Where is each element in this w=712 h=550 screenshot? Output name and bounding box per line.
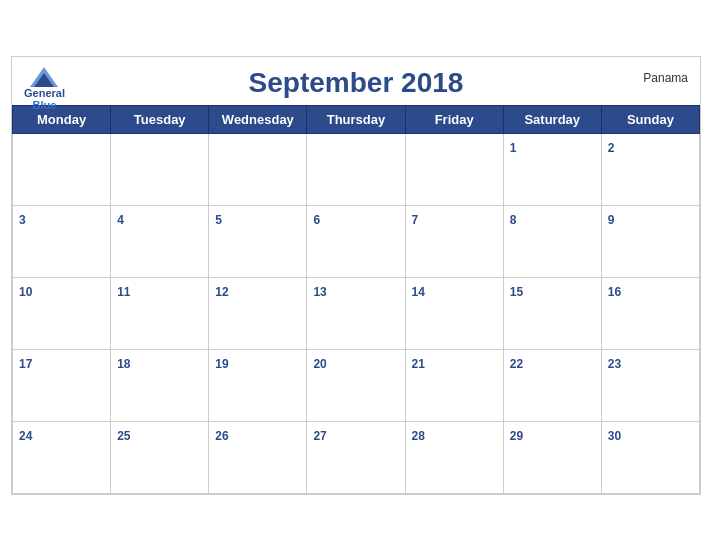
country-label: Panama xyxy=(643,71,688,85)
week-row-3: 10111213141516 xyxy=(13,277,700,349)
calendar-cell: 23 xyxy=(601,349,699,421)
day-number: 21 xyxy=(412,357,425,371)
weekday-sunday: Sunday xyxy=(601,105,699,133)
day-number: 27 xyxy=(313,429,326,443)
day-number: 14 xyxy=(412,285,425,299)
calendar-cell: 26 xyxy=(209,421,307,493)
logo: General Blue xyxy=(24,67,65,111)
weekday-saturday: Saturday xyxy=(503,105,601,133)
calendar-cell: 9 xyxy=(601,205,699,277)
calendar-cell: 3 xyxy=(13,205,111,277)
calendar-table: MondayTuesdayWednesdayThursdayFridaySatu… xyxy=(12,105,700,494)
calendar-cell: 2 xyxy=(601,133,699,205)
calendar-cell: 11 xyxy=(111,277,209,349)
day-number: 9 xyxy=(608,213,615,227)
day-number: 13 xyxy=(313,285,326,299)
calendar-cell xyxy=(405,133,503,205)
day-number: 25 xyxy=(117,429,130,443)
day-number: 6 xyxy=(313,213,320,227)
calendar-cell: 6 xyxy=(307,205,405,277)
calendar-cell: 25 xyxy=(111,421,209,493)
day-number: 5 xyxy=(215,213,222,227)
calendar-cell xyxy=(307,133,405,205)
day-number: 3 xyxy=(19,213,26,227)
calendar-cell: 14 xyxy=(405,277,503,349)
day-number: 10 xyxy=(19,285,32,299)
calendar-cell: 21 xyxy=(405,349,503,421)
day-number: 1 xyxy=(510,141,517,155)
calendar-cell: 4 xyxy=(111,205,209,277)
calendar-cell xyxy=(209,133,307,205)
day-number: 11 xyxy=(117,285,130,299)
weekday-thursday: Thursday xyxy=(307,105,405,133)
calendar-cell: 29 xyxy=(503,421,601,493)
week-row-2: 3456789 xyxy=(13,205,700,277)
day-number: 30 xyxy=(608,429,621,443)
day-number: 28 xyxy=(412,429,425,443)
day-number: 18 xyxy=(117,357,130,371)
calendar-cell: 18 xyxy=(111,349,209,421)
day-number: 12 xyxy=(215,285,228,299)
calendar-header: General Blue September 2018 Panama xyxy=(12,57,700,105)
calendar-cell: 7 xyxy=(405,205,503,277)
day-number: 4 xyxy=(117,213,124,227)
day-number: 15 xyxy=(510,285,523,299)
calendar-cell: 5 xyxy=(209,205,307,277)
calendar-cell: 30 xyxy=(601,421,699,493)
calendar-cell: 12 xyxy=(209,277,307,349)
calendar-cell: 17 xyxy=(13,349,111,421)
logo-icon xyxy=(30,67,58,87)
calendar-cell xyxy=(13,133,111,205)
week-row-1: 12 xyxy=(13,133,700,205)
day-number: 16 xyxy=(608,285,621,299)
calendar-cell: 19 xyxy=(209,349,307,421)
calendar-cell: 22 xyxy=(503,349,601,421)
day-number: 24 xyxy=(19,429,32,443)
calendar-cell: 8 xyxy=(503,205,601,277)
day-number: 2 xyxy=(608,141,615,155)
day-number: 22 xyxy=(510,357,523,371)
calendar-cell: 28 xyxy=(405,421,503,493)
weekday-header-row: MondayTuesdayWednesdayThursdayFridaySatu… xyxy=(13,105,700,133)
calendar-cell: 10 xyxy=(13,277,111,349)
calendar-cell: 27 xyxy=(307,421,405,493)
calendar-cell xyxy=(111,133,209,205)
day-number: 26 xyxy=(215,429,228,443)
logo-general-text: General xyxy=(24,87,65,99)
weekday-wednesday: Wednesday xyxy=(209,105,307,133)
week-row-4: 17181920212223 xyxy=(13,349,700,421)
day-number: 29 xyxy=(510,429,523,443)
calendar-cell: 13 xyxy=(307,277,405,349)
calendar-cell: 15 xyxy=(503,277,601,349)
week-row-5: 24252627282930 xyxy=(13,421,700,493)
day-number: 19 xyxy=(215,357,228,371)
calendar-title: September 2018 xyxy=(28,67,684,99)
calendar-cell: 1 xyxy=(503,133,601,205)
day-number: 23 xyxy=(608,357,621,371)
calendar-cell: 16 xyxy=(601,277,699,349)
logo-blue-text: Blue xyxy=(33,99,57,111)
calendar-cell: 20 xyxy=(307,349,405,421)
weekday-tuesday: Tuesday xyxy=(111,105,209,133)
day-number: 17 xyxy=(19,357,32,371)
day-number: 20 xyxy=(313,357,326,371)
day-number: 8 xyxy=(510,213,517,227)
calendar-cell: 24 xyxy=(13,421,111,493)
weekday-friday: Friday xyxy=(405,105,503,133)
day-number: 7 xyxy=(412,213,419,227)
calendar: General Blue September 2018 Panama Monda… xyxy=(11,56,701,495)
